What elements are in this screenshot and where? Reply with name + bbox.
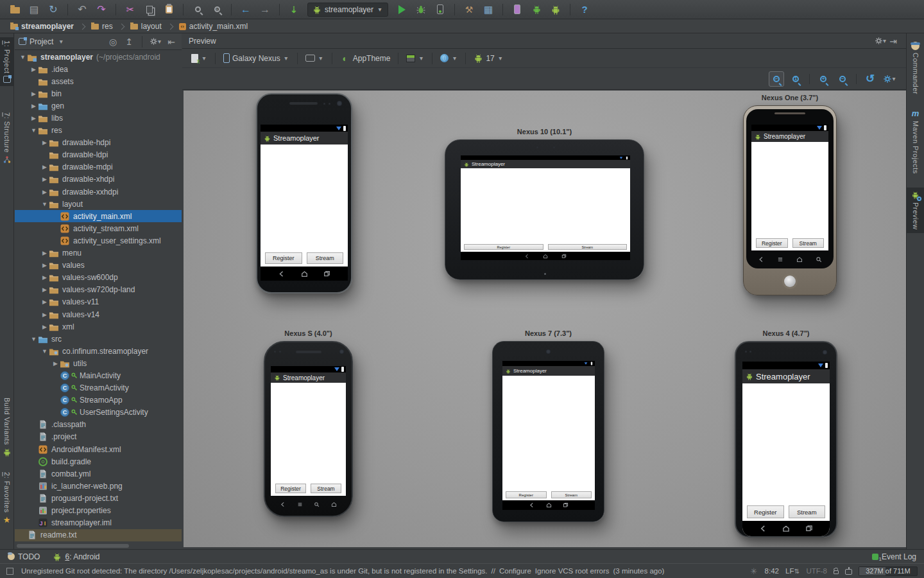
cut-icon[interactable] bbox=[122, 3, 139, 17]
breadcrumb-file[interactable]: ‹› activity_main.xml bbox=[174, 20, 253, 33]
tree-item[interactable]: ▼co.infinum.streamoplayer bbox=[15, 345, 182, 357]
paste-icon[interactable] bbox=[160, 3, 177, 17]
tool-window-preview[interactable]: Preview bbox=[907, 188, 924, 233]
tree-item[interactable]: ▶xml bbox=[15, 320, 182, 333]
tree-item[interactable]: .project bbox=[15, 431, 182, 443]
tree-item[interactable]: assets bbox=[15, 75, 182, 87]
run-configuration-select[interactable]: streamoplayer bbox=[307, 3, 388, 17]
tree-item[interactable]: ▼src bbox=[15, 333, 182, 345]
memory-indicator[interactable]: 327M of 711M bbox=[859, 566, 918, 576]
expand-arrow-icon[interactable]: ▶ bbox=[40, 189, 49, 195]
layout-variant-select[interactable] bbox=[402, 51, 428, 66]
locale-select[interactable] bbox=[436, 51, 461, 66]
find-icon[interactable] bbox=[189, 3, 206, 17]
todo-button[interactable]: TODO bbox=[8, 552, 40, 561]
cursor-position[interactable]: 8:42 bbox=[765, 567, 779, 575]
expand-arrow-icon[interactable]: ▶ bbox=[40, 250, 49, 256]
orientation-select[interactable] bbox=[302, 51, 328, 66]
tree-item[interactable]: ▼res bbox=[15, 125, 182, 137]
encoding-select[interactable]: UTF-8 bbox=[806, 567, 827, 575]
tree-item[interactable]: AndroidManifest.xml bbox=[15, 443, 182, 455]
tree-item[interactable]: streamoplayer.iml bbox=[15, 517, 182, 529]
run-icon[interactable] bbox=[393, 3, 410, 17]
settings-gear-icon[interactable] bbox=[149, 35, 162, 48]
tree-item[interactable]: StreamActivity bbox=[15, 382, 182, 394]
tree-item[interactable]: ▶values-v14 bbox=[15, 308, 182, 320]
synchronize-icon[interactable] bbox=[45, 3, 62, 17]
tree-item[interactable]: readme.txt bbox=[15, 529, 182, 541]
expand-arrow-icon[interactable]: ▶ bbox=[40, 164, 49, 170]
device-galaxy-nexus-preview[interactable]: Streamoplayer Register Stream bbox=[256, 93, 352, 293]
compare-icon[interactable] bbox=[286, 3, 302, 17]
hide-panel-icon[interactable] bbox=[165, 35, 178, 48]
copy-icon[interactable] bbox=[141, 3, 158, 17]
tree-item[interactable]: UserSettingsActivity bbox=[15, 407, 182, 419]
tool-window-build-variants[interactable]: Build Variants bbox=[0, 394, 13, 460]
chevron-down-icon[interactable] bbox=[56, 35, 65, 49]
device-nexus-10-preview[interactable]: Streamoplayer Register Stream bbox=[445, 139, 644, 280]
tree-item[interactable]: drawable-ldpi bbox=[15, 149, 182, 161]
redo-icon[interactable] bbox=[93, 3, 110, 17]
save-all-icon[interactable] bbox=[26, 3, 42, 17]
tree-item[interactable]: StreamoApp bbox=[15, 394, 182, 407]
collapse-arrow-icon[interactable]: ▼ bbox=[40, 348, 49, 355]
tool-window-project[interactable]: 1: Project bbox=[0, 37, 13, 86]
tree-item[interactable]: project.properties bbox=[15, 504, 182, 516]
tool-window-maven[interactable]: m Maven Projects bbox=[907, 105, 924, 177]
tree-item[interactable]: proguard-project.txt bbox=[15, 492, 182, 504]
event-log-button[interactable]: Event Log bbox=[872, 552, 916, 561]
breadcrumb-res[interactable]: res bbox=[86, 20, 118, 33]
configuration-select[interactable] bbox=[187, 51, 211, 66]
tree-item[interactable]: .classpath bbox=[15, 419, 182, 431]
tree-item[interactable]: ▶values bbox=[15, 259, 182, 272]
ignore-vcs-link[interactable]: Ignore VCS root errors bbox=[535, 567, 610, 575]
tree-item[interactable]: MainActivity bbox=[15, 369, 182, 381]
expand-arrow-icon[interactable]: ▶ bbox=[40, 274, 49, 281]
replace-icon[interactable] bbox=[209, 3, 225, 17]
background-tasks-icon[interactable] bbox=[6, 568, 13, 575]
tree-item[interactable]: ▶gen bbox=[15, 100, 182, 112]
device-nexus-4-preview[interactable]: Streamoplayer Register Stream bbox=[735, 341, 837, 538]
breadcrumb-layout[interactable]: layout bbox=[125, 20, 167, 33]
expand-arrow-icon[interactable]: ▶ bbox=[40, 176, 49, 182]
tree-item[interactable]: ▶values-sw720dp-land bbox=[15, 284, 182, 296]
install-apk-icon[interactable] bbox=[528, 3, 545, 17]
refresh-preview-icon[interactable] bbox=[862, 71, 878, 87]
attach-debugger-icon[interactable] bbox=[432, 3, 449, 17]
inspections-hector-icon[interactable] bbox=[845, 569, 852, 575]
back-icon[interactable] bbox=[237, 3, 254, 17]
expand-arrow-icon[interactable]: ▶ bbox=[40, 311, 49, 318]
preview-settings-icon[interactable] bbox=[882, 71, 897, 87]
tree-item[interactable]: activity_main.xml bbox=[15, 210, 182, 222]
theme-select[interactable]: AppTheme bbox=[336, 51, 395, 66]
expand-arrow-icon[interactable]: ▶ bbox=[30, 115, 38, 121]
tree-item[interactable]: ic_launcher-web.png bbox=[15, 480, 182, 492]
api-level-select[interactable]: 17 bbox=[470, 51, 507, 66]
expand-arrow-icon[interactable]: ▶ bbox=[40, 139, 49, 146]
collapse-all-icon[interactable] bbox=[123, 35, 135, 48]
android-tool-button[interactable]: 6: Android bbox=[53, 552, 99, 561]
debug-icon[interactable] bbox=[413, 3, 429, 17]
hide-panel-icon[interactable] bbox=[887, 35, 900, 48]
tree-item[interactable]: ▶values-sw600dp bbox=[15, 272, 182, 284]
open-folder-icon[interactable] bbox=[6, 3, 23, 17]
tree-item[interactable]: activity_user_settings.xml bbox=[15, 234, 182, 247]
expand-arrow-icon[interactable]: ▶ bbox=[40, 299, 49, 305]
tree-item[interactable]: ▼layout bbox=[15, 198, 182, 210]
expand-arrow-icon[interactable]: ▶ bbox=[30, 91, 38, 97]
line-ending-select[interactable]: LF bbox=[785, 564, 800, 578]
device-nexus-s-preview[interactable]: Streamoplayer Register Stream bbox=[264, 341, 353, 517]
undo-icon[interactable] bbox=[74, 3, 90, 17]
android-icon[interactable] bbox=[547, 3, 564, 17]
tree-item[interactable]: ▶.idea bbox=[15, 63, 182, 75]
tree-item[interactable]: ▶drawable-xxhdpi bbox=[15, 186, 182, 198]
device-nexus-7-preview[interactable]: Streamoplayer Register Stream bbox=[492, 341, 604, 522]
tool-window-favorites[interactable]: 2: Favorites ★ bbox=[0, 469, 13, 528]
device-nexus-one-preview[interactable]: Streamoplayer Register Stream bbox=[743, 105, 837, 295]
collapse-arrow-icon[interactable]: ▼ bbox=[40, 201, 49, 207]
collapse-arrow-icon[interactable]: ▼ bbox=[30, 127, 38, 134]
device-monitor-icon[interactable] bbox=[509, 3, 526, 17]
expand-arrow-icon[interactable]: ▶ bbox=[40, 324, 49, 330]
tool-window-structure[interactable]: 7: Structure bbox=[0, 109, 13, 168]
tool-window-commander[interactable]: Commander bbox=[907, 39, 924, 98]
